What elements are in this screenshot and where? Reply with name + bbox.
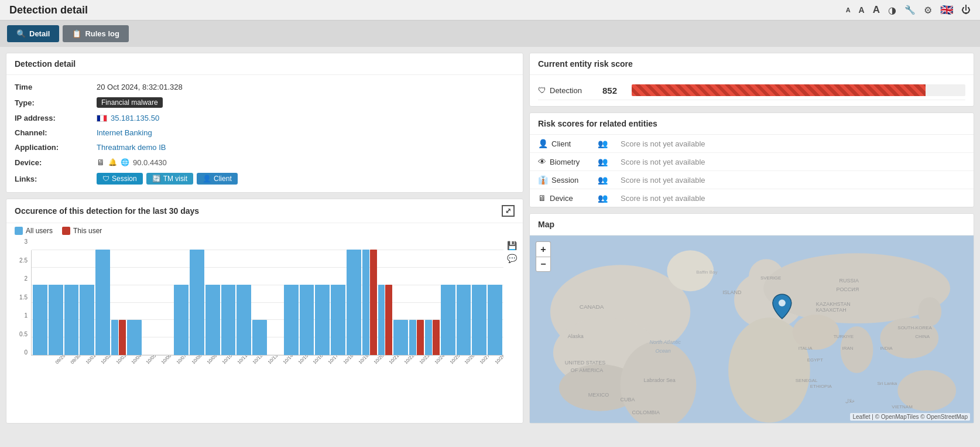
svg-text:Baffin Bay: Baffin Bay <box>696 269 717 275</box>
bar-all-users-11 <box>205 285 220 355</box>
contrast-icon[interactable]: ◑ <box>888 5 896 16</box>
top-bar: Detection detail A A A ◑ 🔧 ⚙ 🇬🇧 ⏻ <box>0 0 980 21</box>
chart-with-side: 32.521.510.50 09/2909/3010/0110/0210/031… <box>6 238 523 377</box>
bar-all-users-18 <box>315 285 330 355</box>
session-score: Score is not yet available <box>615 176 965 185</box>
client-link-button[interactable]: 👤 Client <box>197 173 238 185</box>
font-size-large-icon[interactable]: A <box>873 4 880 16</box>
device-label: Device: <box>15 158 97 167</box>
wrench-icon[interactable]: 🔧 <box>904 5 916 15</box>
type-row: Type: Financial malware <box>6 94 523 111</box>
links-row: Links: 🛡 Session 🔄 TM visit <box>6 170 523 187</box>
svg-text:SOUTH-KOREA: SOUTH-KOREA <box>897 325 932 330</box>
bar-all-users-20 <box>347 250 361 355</box>
tab-detail[interactable]: 🔍 Detail <box>7 25 59 42</box>
svg-text:РОССИЯ: РОССИЯ <box>837 286 859 292</box>
tm-visit-link-button[interactable]: 🔄 TM visit <box>146 173 193 185</box>
bar-all-users-12 <box>221 285 236 355</box>
bar-this-user-21 <box>370 250 377 355</box>
download-icon[interactable]: 💾 <box>507 241 517 250</box>
session-people-icon: 👥 <box>598 175 608 185</box>
chart-render: 32.521.510.50 <box>12 238 503 356</box>
search-icon: 🔍 <box>16 29 26 38</box>
related-device-row: 🖥 Device 👥 Score is not yet available <box>530 189 974 207</box>
device-score: Score is not yet available <box>615 194 965 203</box>
related-biometry-row: 👁 Biometry 👥 Score is not yet available <box>530 153 974 171</box>
svg-text:Sri Lanka: Sri Lanka <box>877 381 897 386</box>
svg-text:RUSSIA: RUSSIA <box>839 278 859 284</box>
svg-point-14 <box>793 315 839 350</box>
channel-value[interactable]: Internet Banking <box>97 128 152 137</box>
map-container: CANADA Alaska UNITED STATES OF AMERICA M… <box>530 236 974 423</box>
svg-text:TURKIYE: TURKIYE <box>834 334 854 339</box>
bar-all-users-19 <box>331 285 345 355</box>
detection-detail-header: Detection detail <box>6 53 523 75</box>
bar-all-users-6 <box>127 320 142 355</box>
detection-score-number: 852 <box>602 86 626 95</box>
font-size-small-icon[interactable]: A <box>846 6 851 13</box>
svg-text:КАЗАХСТАН: КАЗАХСТАН <box>816 307 847 313</box>
page-title: Detection detail <box>9 4 88 16</box>
bar-all-users-28 <box>472 285 486 355</box>
biometry-label: Biometry <box>550 158 580 166</box>
svg-text:ISLAND: ISLAND <box>722 289 742 295</box>
detection-label: 🛡 Detection <box>538 86 597 95</box>
session-link-button[interactable]: 🛡 Session <box>97 173 143 185</box>
font-size-medium-icon[interactable]: A <box>859 5 865 15</box>
chart-legend: All users This user <box>6 223 523 238</box>
device-row: Device: 🖥 🔔 🌐 90.0.4430 <box>6 155 523 170</box>
svg-text:EGYPT: EGYPT <box>807 357 823 363</box>
tab-rules-log[interactable]: 📋 Rules log <box>63 25 129 42</box>
session-icon: 👔 <box>538 175 548 185</box>
svg-text:CHINA: CHINA <box>915 334 930 339</box>
ip-label: IP address: <box>15 114 97 122</box>
person-icon: 👤 <box>203 175 211 183</box>
left-panel: Detection detail Time 20 Oct 2024, 8:32:… <box>6 53 523 424</box>
svg-text:North Atlantic: North Atlantic <box>649 339 681 345</box>
gear-icon[interactable]: ⚙ <box>924 5 932 16</box>
type-label: Type: <box>15 98 97 107</box>
svg-text:COLOMBIA: COLOMBIA <box>632 410 660 415</box>
map-header: Map <box>530 214 974 236</box>
bar-all-users-24 <box>409 320 416 355</box>
svg-text:OF AMERICA: OF AMERICA <box>571 367 603 373</box>
legend-all-users-label: All users <box>26 227 53 235</box>
chart-title: Occurence of this detection for the last… <box>15 206 199 216</box>
uk-flag-icon[interactable]: 🇬🇧 <box>940 4 953 16</box>
application-value[interactable]: Threatmark demo IB <box>97 143 166 152</box>
legend-this-user-label: This user <box>73 227 102 235</box>
detail-table: Time 20 Oct 2024, 8:32:01.328 Type: Fina… <box>6 75 523 192</box>
svg-text:خلال: خلال <box>845 398 855 404</box>
zoom-out-button[interactable]: − <box>536 257 551 272</box>
bar-all-users-27 <box>457 285 471 355</box>
x-axis: 09/2909/3010/0110/0210/0310/0410/0510/06… <box>12 356 503 377</box>
power-icon[interactable]: ⏻ <box>961 5 971 15</box>
legend-blue-box <box>15 227 23 235</box>
client-icon: 👤 <box>538 139 548 148</box>
zoom-in-button[interactable]: + <box>536 241 551 257</box>
top-bar-icons: A A A ◑ 🔧 ⚙ 🇬🇧 ⏻ <box>846 4 971 16</box>
channel-label: Channel: <box>15 128 97 137</box>
chart-side-icons: 💾 💬 <box>503 238 517 377</box>
main-content: Detection detail Time 20 Oct 2024, 8:32:… <box>0 47 980 429</box>
chart-main: 32.521.510.50 09/2909/3010/0110/0210/031… <box>12 238 503 377</box>
risk-score-card: Current entity risk score 🛡 Detection 85… <box>529 53 974 107</box>
device-value: 🖥 🔔 🌐 90.0.4430 <box>97 158 167 167</box>
ip-address-link[interactable]: 35.181.135.50 <box>111 114 159 122</box>
map-controls: + − <box>536 241 551 272</box>
related-session-row: 👔 Session 👥 Score is not yet available <box>530 171 974 189</box>
related-entities-header: Risk scores for related entities <box>530 113 974 135</box>
legend-this-user: This user <box>62 227 102 235</box>
tab-bar: 🔍 Detail 📋 Rules log <box>0 21 980 47</box>
related-entities-card: Risk scores for related entities 👤 Clien… <box>529 112 974 207</box>
device-entity-label: Device <box>550 194 573 203</box>
comment-icon[interactable]: 💬 <box>507 254 517 263</box>
list-icon: 📋 <box>72 29 81 38</box>
chart-expand-icon[interactable]: ⤢ <box>502 205 515 217</box>
ip-row: IP address: 35.181.135.50 <box>6 111 523 125</box>
bar-all-users-25 <box>425 320 432 355</box>
svg-text:Ocean: Ocean <box>655 348 670 354</box>
svg-text:VIETNAM: VIETNAM <box>892 404 912 410</box>
monitor-icon: 🖥 <box>97 158 105 167</box>
bar-this-user-25 <box>433 320 440 355</box>
